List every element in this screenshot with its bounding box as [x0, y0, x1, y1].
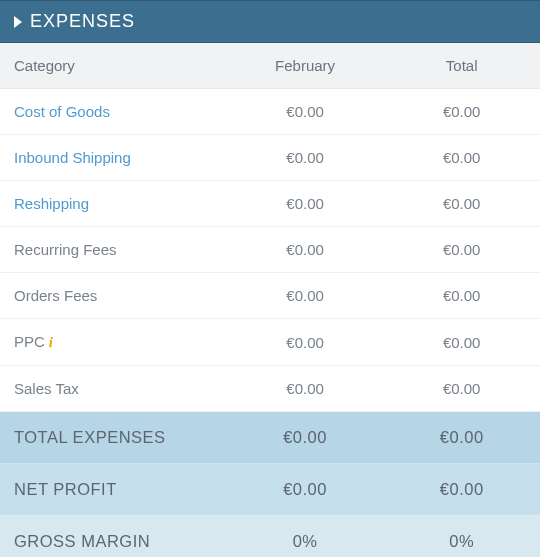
- total-cell: €0.00: [383, 227, 540, 273]
- table-row: Reshipping€0.00€0.00: [0, 181, 540, 227]
- table-row: Sales Tax€0.00€0.00: [0, 366, 540, 412]
- col-header-month: February: [227, 43, 384, 89]
- summary-row: NET PROFIT€0.00€0.00: [0, 464, 540, 516]
- summary-row: TOTAL EXPENSES€0.00€0.00: [0, 412, 540, 464]
- expenses-header[interactable]: EXPENSES: [0, 0, 540, 43]
- expenses-header-title: EXPENSES: [30, 11, 135, 32]
- total-cell: €0.00: [383, 273, 540, 319]
- col-header-category: Category: [0, 43, 227, 89]
- summary-row: GROSS MARGIN0%0%: [0, 516, 540, 558]
- month-cell: €0.00: [227, 273, 384, 319]
- summary-label: TOTAL EXPENSES: [0, 412, 227, 464]
- table-row: Orders Fees€0.00€0.00: [0, 273, 540, 319]
- table-row: Inbound Shipping€0.00€0.00: [0, 135, 540, 181]
- category-label: Orders Fees: [14, 287, 97, 304]
- category-label: PPC: [14, 333, 45, 350]
- month-cell: €0.00: [227, 135, 384, 181]
- category-cell[interactable]: Reshipping: [0, 181, 227, 227]
- category-label: Recurring Fees: [14, 241, 117, 258]
- summary-total: 0%: [383, 516, 540, 558]
- category-cell[interactable]: Cost of Goods: [0, 89, 227, 135]
- table-header-row: Category February Total: [0, 43, 540, 89]
- table-row: PPCi€0.00€0.00: [0, 319, 540, 366]
- month-cell: €0.00: [227, 227, 384, 273]
- month-cell: €0.00: [227, 366, 384, 412]
- expenses-panel: EXPENSES Category February Total Cost of…: [0, 0, 540, 557]
- total-cell: €0.00: [383, 319, 540, 366]
- month-cell: €0.00: [227, 89, 384, 135]
- summary-month: 0%: [227, 516, 384, 558]
- total-cell: €0.00: [383, 135, 540, 181]
- summary-month: €0.00: [227, 412, 384, 464]
- category-cell: Recurring Fees: [0, 227, 227, 273]
- summary-label: GROSS MARGIN: [0, 516, 227, 558]
- month-cell: €0.00: [227, 319, 384, 366]
- col-header-total: Total: [383, 43, 540, 89]
- summary-total: €0.00: [383, 464, 540, 516]
- category-label: Reshipping: [14, 195, 89, 212]
- category-cell[interactable]: Inbound Shipping: [0, 135, 227, 181]
- info-icon[interactable]: i: [49, 334, 53, 350]
- chevron-right-icon: [12, 15, 24, 29]
- table-row: Recurring Fees€0.00€0.00: [0, 227, 540, 273]
- summary-month: €0.00: [227, 464, 384, 516]
- total-cell: €0.00: [383, 366, 540, 412]
- summary-label: NET PROFIT: [0, 464, 227, 516]
- category-label: Sales Tax: [14, 380, 79, 397]
- category-label: Inbound Shipping: [14, 149, 131, 166]
- category-cell: Sales Tax: [0, 366, 227, 412]
- month-cell: €0.00: [227, 181, 384, 227]
- total-cell: €0.00: [383, 181, 540, 227]
- category-label: Cost of Goods: [14, 103, 110, 120]
- summary-total: €0.00: [383, 412, 540, 464]
- table-row: Cost of Goods€0.00€0.00: [0, 89, 540, 135]
- expenses-table: Category February Total Cost of Goods€0.…: [0, 43, 540, 557]
- total-cell: €0.00: [383, 89, 540, 135]
- category-cell: PPCi: [0, 319, 227, 366]
- category-cell: Orders Fees: [0, 273, 227, 319]
